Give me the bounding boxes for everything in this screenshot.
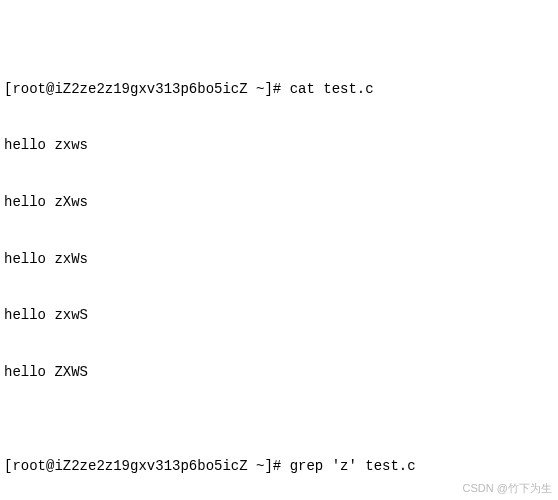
output-line: hello zxWs bbox=[4, 250, 558, 269]
prompt-line: [root@iZ2ze2z19gxv313p6bo5icZ ~]# cat te… bbox=[4, 80, 558, 99]
prompt-line: [root@iZ2ze2z19gxv313p6bo5icZ ~]# grep '… bbox=[4, 457, 558, 476]
prompt: [root@iZ2ze2z19gxv313p6bo5icZ ~]# bbox=[4, 81, 290, 97]
command-text: cat test.c bbox=[290, 81, 374, 97]
command-text: grep 'z' test.c bbox=[290, 458, 416, 474]
output-line: hello zxwS bbox=[4, 306, 558, 325]
watermark-text: CSDN @竹下为生 bbox=[463, 481, 552, 496]
output-line: hello ZXWS bbox=[4, 363, 558, 382]
prompt: [root@iZ2ze2z19gxv313p6bo5icZ ~]# bbox=[4, 458, 290, 474]
output-line: hello zxws bbox=[4, 136, 558, 155]
terminal-output: [root@iZ2ze2z19gxv313p6bo5icZ ~]# cat te… bbox=[4, 4, 558, 500]
output-line: hello zXws bbox=[4, 193, 558, 212]
